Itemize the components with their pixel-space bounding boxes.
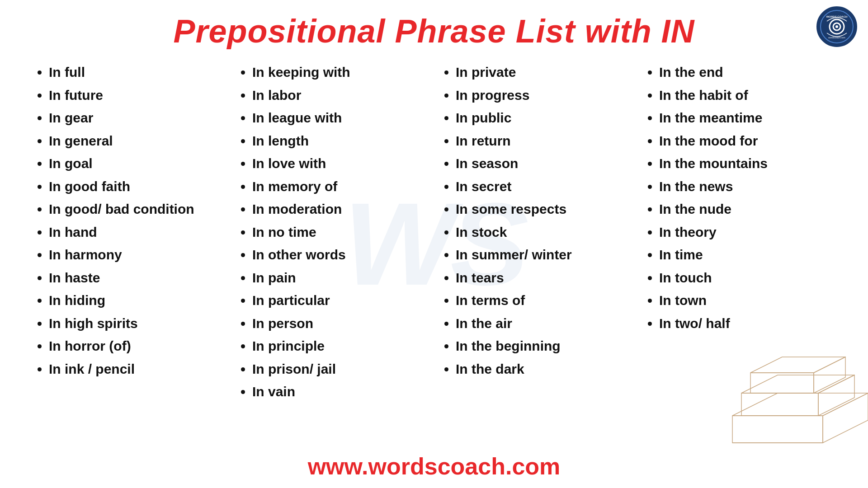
list-item: In hiding bbox=[49, 291, 222, 310]
list-item: In the mood for bbox=[659, 132, 832, 150]
list-item: In summer/ winter bbox=[456, 246, 628, 264]
list-item: In progress bbox=[456, 86, 628, 105]
list-item: In time bbox=[659, 246, 832, 264]
list-item: In principle bbox=[252, 337, 425, 356]
list-item: In the mountains bbox=[659, 155, 832, 173]
list-item: In public bbox=[456, 109, 628, 127]
list-item: In secret bbox=[456, 178, 628, 196]
list-col1: In fullIn futureIn gearIn generalIn goal… bbox=[36, 63, 222, 378]
list-item: In the news bbox=[659, 178, 832, 196]
list-item: In moderation bbox=[252, 200, 425, 219]
column-col1: In fullIn futureIn gearIn generalIn goal… bbox=[27, 63, 231, 406]
list-item: In the dark bbox=[456, 360, 628, 379]
list-item: In the meantime bbox=[659, 109, 832, 127]
svg-point-4 bbox=[835, 25, 838, 28]
list-item: In gear bbox=[49, 109, 222, 127]
list-item: In the air bbox=[456, 314, 628, 333]
list-item: In other words bbox=[252, 246, 425, 264]
list-item: In haste bbox=[49, 269, 222, 287]
list-item: In some respects bbox=[456, 200, 628, 219]
list-item: In vain bbox=[252, 383, 425, 401]
list-item: In memory of bbox=[252, 178, 425, 196]
list-item: In love with bbox=[252, 155, 425, 173]
list-item: In good/ bad condition bbox=[49, 200, 222, 219]
list-item: In theory bbox=[659, 223, 832, 242]
list-item: In the nude bbox=[659, 200, 832, 219]
list-item: In length bbox=[252, 132, 425, 150]
list-item: In future bbox=[49, 86, 222, 105]
list-item: In person bbox=[252, 314, 425, 333]
list-item: In general bbox=[49, 132, 222, 150]
list-item: In prison/ jail bbox=[252, 360, 425, 379]
list-item: In return bbox=[456, 132, 628, 150]
column-col4: In the endIn the habit ofIn the meantime… bbox=[637, 63, 841, 406]
list-item: In no time bbox=[252, 223, 425, 242]
list-item: In goal bbox=[49, 155, 222, 173]
list-item: In horror (of) bbox=[49, 337, 222, 356]
list-item: In terms of bbox=[456, 291, 628, 310]
svg-text:WORDS COACH: WORDS COACH bbox=[826, 15, 848, 18]
list-item: In labor bbox=[252, 86, 425, 105]
list-item: In league with bbox=[252, 109, 425, 127]
list-item: In keeping with bbox=[252, 63, 425, 82]
list-item: In two/ half bbox=[659, 314, 832, 333]
list-item: In touch bbox=[659, 269, 832, 287]
list-item: In the habit of bbox=[659, 86, 832, 105]
list-item: In town bbox=[659, 291, 832, 310]
page-title: Prepositional Phrase List with IN bbox=[0, 0, 868, 59]
list-item: In harmony bbox=[49, 246, 222, 264]
phrases-container: In fullIn futureIn gearIn generalIn goal… bbox=[0, 59, 868, 406]
list-item: In good faith bbox=[49, 178, 222, 196]
list-item: In season bbox=[456, 155, 628, 173]
list-item: In tears bbox=[456, 269, 628, 287]
list-col4: In the endIn the habit ofIn the meantime… bbox=[646, 63, 832, 333]
list-item: In full bbox=[49, 63, 222, 82]
footer-url: www.wordscoach.com bbox=[0, 453, 868, 480]
column-col2: In keeping withIn laborIn league withIn … bbox=[231, 63, 434, 406]
list-item: In particular bbox=[252, 291, 425, 310]
list-item: In private bbox=[456, 63, 628, 82]
list-col2: In keeping withIn laborIn league withIn … bbox=[240, 63, 425, 401]
list-item: In hand bbox=[49, 223, 222, 242]
svg-text:wordscoach.com: wordscoach.com bbox=[828, 36, 845, 39]
list-col3: In privateIn progressIn publicIn returnI… bbox=[443, 63, 628, 378]
list-item: In the beginning bbox=[456, 337, 628, 356]
column-col3: In privateIn progressIn publicIn returnI… bbox=[434, 63, 637, 406]
list-item: In ink / pencil bbox=[49, 360, 222, 379]
svg-marker-8 bbox=[732, 416, 823, 443]
list-item: In the end bbox=[659, 63, 832, 82]
logo: WORDS COACH wordscoach.com bbox=[816, 6, 857, 47]
list-item: In pain bbox=[252, 269, 425, 287]
list-item: In stock bbox=[456, 223, 628, 242]
list-item: In high spirits bbox=[49, 314, 222, 333]
